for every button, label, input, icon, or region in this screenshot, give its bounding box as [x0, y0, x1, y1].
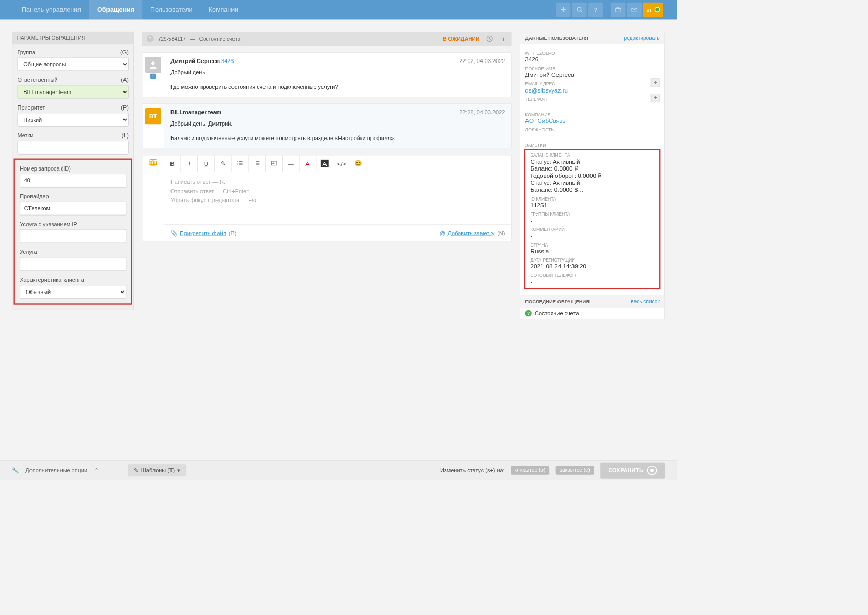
top-nav: Панель управления Обращения Пользователи…	[0, 0, 677, 19]
hr-button[interactable]: —	[283, 155, 300, 172]
magic-wand-icon: ✎	[134, 467, 138, 473]
provider-input[interactable]	[20, 202, 126, 216]
user-badge-text: вт	[646, 6, 652, 12]
label-tags: Метки	[18, 132, 34, 139]
label-comment: КОММЕНТАРИЙ	[530, 227, 654, 232]
italic-button[interactable]: I	[181, 155, 198, 172]
bold-button[interactable]: B	[164, 155, 181, 172]
briefcase-icon[interactable]	[611, 3, 626, 17]
value-company[interactable]: АО "СибСвязь"	[525, 117, 660, 124]
search-icon[interactable]	[572, 3, 587, 17]
status-closed-button[interactable]: закрытое (c)	[556, 466, 594, 475]
label-client-groups: ГРУППЫ КЛИЕНТА	[530, 212, 654, 217]
label-group: Группа	[18, 49, 36, 55]
status-open-button[interactable]: открытое (o)	[511, 466, 549, 475]
link-button[interactable]	[215, 155, 232, 172]
value-position: -	[525, 133, 660, 140]
message-customer: 1 Дмитрий Сергеев 3426 22:02, 04.03.2022…	[142, 52, 512, 97]
nav-dashboard[interactable]: Панель управления	[14, 0, 89, 19]
value-fullname: Дмитрий Сергеев	[525, 71, 660, 78]
note-hotkey: (N)	[497, 229, 505, 236]
svg-point-0	[577, 7, 581, 11]
value-email[interactable]: ds@sibsvyaz.ru	[525, 87, 568, 94]
nav-users[interactable]: Пользователи	[143, 0, 201, 19]
emoji-button[interactable]: 😊	[350, 155, 367, 172]
add-phone-button[interactable]: +	[651, 94, 660, 102]
msg-line: Где можно проверить состояния счёта и по…	[171, 83, 505, 91]
service-input[interactable]	[20, 257, 126, 271]
underline-button[interactable]: U	[198, 155, 215, 172]
svg-point-5	[237, 161, 238, 162]
balance-line: Баланс: 0.0000 ₽	[530, 165, 654, 172]
msg-line: Баланс и подключенные услуги можете посм…	[171, 134, 505, 143]
add-icon[interactable]	[556, 3, 571, 17]
msg-author-id-link[interactable]: 3426	[221, 58, 234, 64]
chevron-up-icon: ⌃	[94, 467, 99, 473]
ordered-list-button[interactable]	[249, 155, 266, 172]
ticket-title: Состояние счёта	[199, 36, 240, 42]
msg-line: Добрый день, Дмитрий.	[171, 119, 505, 128]
mail-icon[interactable]	[627, 3, 642, 17]
label-service-ip: Услуга с указанием IP	[20, 221, 77, 227]
label-country: СТРАНА	[530, 242, 654, 247]
attach-icon: 📎	[171, 229, 177, 236]
tags-input[interactable]	[18, 141, 129, 155]
question-icon: ?	[147, 35, 154, 42]
save-button[interactable]: СОХРАНИТЬ	[600, 462, 665, 478]
editor-placeholder-line: Убрать фокус с редактора — Esc.	[171, 196, 505, 205]
nav-companies[interactable]: Компании	[200, 0, 246, 19]
templates-label: Шаблоны (T)	[141, 467, 175, 473]
client-char-select[interactable]: Обычный	[20, 285, 126, 299]
history-icon[interactable]	[486, 35, 493, 42]
add-note-link[interactable]: Добавить заметку	[448, 229, 495, 236]
priority-select[interactable]: Низкий	[18, 113, 129, 127]
extra-options-toggle[interactable]: Дополнительные опции	[25, 467, 87, 473]
avatar-staff-icon: BT	[145, 108, 161, 124]
save-label: СОХРАНИТЬ	[608, 467, 643, 473]
list-button[interactable]	[231, 155, 249, 172]
help-icon[interactable]: ?	[588, 3, 603, 17]
attach-hotkey: (B)	[229, 229, 237, 236]
group-select[interactable]: Общие вопросы	[18, 57, 129, 71]
ticket-status-icon: ?	[525, 310, 531, 316]
msg-time: 22:28, 04.03.2022	[459, 109, 505, 115]
editor-toolbar: B I U — A A </> 😊	[164, 155, 511, 172]
label-client-char: Характеристика клиента	[20, 276, 84, 283]
templates-button[interactable]: ✎ Шаблоны (T) ▾	[128, 464, 186, 476]
request-id-input[interactable]	[20, 174, 126, 188]
editor-textarea[interactable]: Написать ответ — R. Отправить ответ — Ct…	[164, 172, 511, 224]
recent-ticket-title: Состояние счёта	[535, 310, 579, 316]
hotkey-assignee: (A)	[121, 76, 129, 83]
svg-point-6	[237, 163, 238, 164]
ticket-header: ? 729-584117 — Состояние счёта В ОЖИДАНИ…	[142, 32, 512, 46]
avatar-editor-icon: BT	[149, 159, 157, 165]
label-fullname: ПОЛНОЕ ИМЯ	[525, 66, 660, 71]
svg-point-4	[151, 62, 154, 65]
info-icon[interactable]: i	[500, 35, 507, 42]
recent-ticket-item[interactable]: ? Состояние счёта	[520, 308, 664, 319]
add-email-button[interactable]: +	[651, 78, 660, 87]
text-color-button[interactable]: A	[300, 155, 317, 172]
image-button[interactable]	[266, 155, 283, 172]
service-ip-input[interactable]	[20, 229, 126, 243]
at-icon: @	[440, 229, 445, 236]
bg-color-button[interactable]: A	[316, 155, 333, 172]
attach-file-link[interactable]: Прикрепить файл	[180, 229, 226, 236]
code-button[interactable]: </>	[333, 155, 350, 172]
value-country: Russia	[530, 248, 654, 254]
nav-tickets[interactable]: Обращения	[89, 0, 142, 19]
status-dot-icon	[655, 7, 660, 12]
wrench-icon: 🔧	[12, 467, 19, 473]
user-chip[interactable]: вт	[643, 3, 663, 17]
label-phone: ТЕЛЕФОН	[525, 97, 547, 101]
recent-all-link[interactable]: весь список	[631, 298, 660, 304]
editor-placeholder-line: Отправить ответ — Ctrl+Enter.	[171, 187, 505, 195]
label-provider: Провайдер	[20, 193, 49, 199]
label-whitezolmo: WHITEZOLMO	[525, 51, 660, 55]
assignee-select[interactable]: BILLmanager team	[18, 85, 129, 99]
value-mobile: -	[530, 278, 654, 285]
svg-rect-1	[616, 8, 621, 12]
value-client-groups: -	[530, 217, 654, 224]
edit-user-link[interactable]: редактировать	[624, 35, 659, 41]
msg-author: BILLmanager team	[171, 109, 221, 115]
